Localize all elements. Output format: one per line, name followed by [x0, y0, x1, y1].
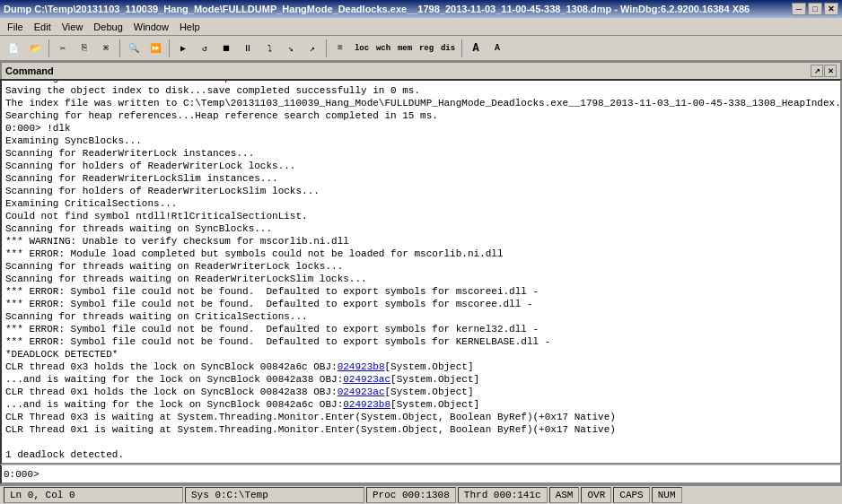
break-button[interactable]: ⏸ — [238, 39, 258, 58]
status-num: NUM — [652, 487, 682, 503]
menu-file[interactable]: File — [2, 18, 29, 35]
link-obj3[interactable]: 024923ac — [338, 387, 385, 397]
callstack-button[interactable]: ≡ — [330, 39, 350, 58]
link-obj1[interactable]: 024923b8 — [338, 361, 385, 372]
menu-help[interactable]: Help — [174, 18, 206, 35]
close-button[interactable]: ✕ — [824, 3, 838, 15]
status-sys: Sys 0:C:\Temp — [185, 487, 364, 503]
menu-bar: File Edit View Debug Window Help — [0, 18, 842, 36]
link-obj2[interactable]: 024923ac — [343, 374, 390, 385]
registers-button[interactable]: reg — [417, 39, 436, 58]
find-button[interactable]: 🔍 — [124, 39, 144, 58]
open-button[interactable]: 📂 — [25, 39, 45, 58]
menu-debug[interactable]: Debug — [88, 18, 127, 35]
command-label: Command — [5, 65, 54, 76]
fontsize-button[interactable]: A — [466, 39, 486, 58]
new-button[interactable]: 📄 — [4, 39, 23, 58]
minimize-button[interactable]: ─ — [792, 3, 806, 15]
stepin-button[interactable]: ↘ — [281, 39, 301, 58]
status-proc: Proc 000:1308 — [366, 487, 456, 503]
memory-button[interactable]: mem — [395, 39, 415, 58]
command-header-buttons: ↗ ✕ — [811, 65, 837, 77]
toolbar: 📄 📂 ✂ ⎘ ⌘ 🔍 ⏩ ▶ ↺ ⏹ ⏸ ⤵ ↘ ↗ ≡ loc wch me… — [0, 36, 842, 61]
stepout-button[interactable]: ↗ — [303, 39, 322, 58]
status-caps: CAPS — [613, 487, 649, 503]
sep3 — [169, 39, 170, 57]
copy-button[interactable]: ⎘ — [75, 39, 94, 58]
run-button[interactable]: ▶ — [173, 39, 193, 58]
sep1 — [48, 39, 49, 57]
disasm-button[interactable]: dis — [438, 39, 458, 58]
status-ovr: OVR — [581, 487, 611, 503]
command-output[interactable]: 0:000> .loadby sos clr 0:000> .load c:\s… — [0, 79, 842, 465]
findnext-button[interactable]: ⏩ — [145, 39, 165, 58]
watch-button[interactable]: wch — [373, 39, 393, 58]
cut-button[interactable]: ✂ — [53, 39, 73, 58]
paste-button[interactable]: ⌘ — [96, 39, 116, 58]
status-ln-col: Ln 0, Col 0 — [4, 487, 183, 503]
status-bar: Ln 0, Col 0 Sys 0:C:\Temp Proc 000:1308 … — [0, 484, 842, 504]
menu-window[interactable]: Window — [128, 18, 174, 35]
sep2 — [119, 39, 120, 57]
menu-edit[interactable]: Edit — [29, 18, 57, 35]
command-input[interactable] — [39, 469, 838, 480]
command-prompt: 0:000> — [4, 469, 39, 480]
restart-button[interactable]: ↺ — [195, 39, 215, 58]
command-expand-button[interactable]: ↗ — [811, 65, 823, 77]
font-button[interactable]: A — [487, 39, 507, 58]
status-asm: ASM — [549, 487, 580, 503]
command-close-button[interactable]: ✕ — [824, 65, 837, 77]
stop-button[interactable]: ⏹ — [216, 39, 236, 58]
command-input-row: 0:000> — [0, 465, 842, 484]
stepover-button[interactable]: ⤵ — [259, 39, 279, 58]
status-thrd: Thrd 000:141c — [458, 487, 548, 503]
sep5 — [461, 39, 462, 57]
command-panel-header: Command ↗ ✕ — [0, 61, 842, 79]
sep4 — [326, 39, 327, 57]
menu-view[interactable]: View — [57, 18, 89, 35]
maximize-button[interactable]: □ — [808, 3, 822, 15]
locals-button[interactable]: loc — [352, 39, 372, 58]
title-bar: Dump C:\Temp\20131103_110039_Hang_Mode\F… — [0, 0, 842, 18]
title-bar-buttons: ─ □ ✕ — [792, 3, 838, 15]
link-obj4[interactable]: 024923b8 — [343, 399, 390, 410]
title-text: Dump C:\Temp\20131103_110039_Hang_Mode\F… — [4, 4, 792, 14]
